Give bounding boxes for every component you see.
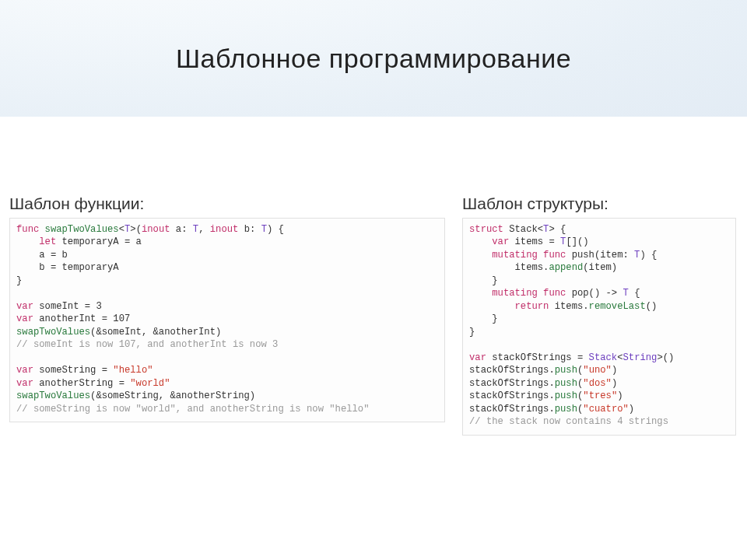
title-band: Шаблонное программирование: [0, 0, 747, 117]
right-column: Шаблон структуры: struct Stack<T> { var …: [462, 194, 736, 436]
left-column: Шаблон функции: func swapTwoValues<T>(in…: [9, 194, 445, 436]
slide: Шаблонное программирование Шаблон функци…: [0, 0, 747, 560]
slide-body: Шаблон функции: func swapTwoValues<T>(in…: [9, 194, 738, 436]
slide-title: Шаблонное программирование: [176, 44, 571, 74]
left-heading: Шаблон функции:: [9, 194, 445, 213]
right-heading: Шаблон структуры:: [462, 194, 736, 213]
code-block-function-template: func swapTwoValues<T>(inout a: T, inout …: [9, 218, 445, 422]
code-block-struct-template: struct Stack<T> { var items = T[]() muta…: [462, 218, 736, 436]
